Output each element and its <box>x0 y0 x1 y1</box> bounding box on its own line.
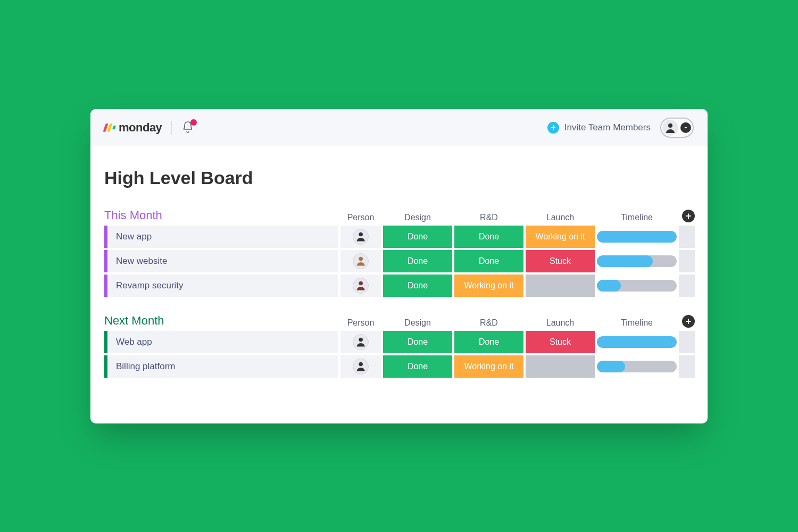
invite-team-button[interactable]: + Invite Team Members <box>547 122 651 134</box>
status-design[interactable]: Done <box>383 275 452 297</box>
plus-circle-icon: + <box>547 122 559 134</box>
status-rnd[interactable]: Working on it <box>454 355 523 378</box>
column-header-rnd[interactable]: R&D <box>454 318 523 328</box>
group-this-month: This Month Person Design R&D Launch Time… <box>104 209 694 297</box>
status-launch[interactable] <box>526 275 595 297</box>
group-header: This Month Person Design R&D Launch Time… <box>104 209 694 226</box>
column-header-person[interactable]: Person <box>340 318 381 328</box>
app-window: monday + Invite Team Members <box>90 109 708 423</box>
bell-icon <box>181 126 194 135</box>
row-end <box>679 355 695 378</box>
svg-point-3 <box>359 281 362 285</box>
person-cell[interactable] <box>340 226 381 248</box>
page-title: High Level Board <box>104 168 694 188</box>
logo-icon <box>104 123 115 132</box>
row-end <box>679 226 695 248</box>
person-avatar-icon <box>353 229 369 245</box>
timeline-cell[interactable] <box>597 250 677 272</box>
status-launch[interactable]: Stuck <box>526 331 595 353</box>
timeline-fill <box>597 255 653 267</box>
table-row: New app Done Done Working on it <box>104 226 694 248</box>
status-rnd[interactable]: Done <box>454 331 523 353</box>
row-end <box>679 331 695 353</box>
status-design[interactable]: Done <box>383 250 452 272</box>
column-header-design[interactable]: Design <box>383 318 452 328</box>
timeline-cell[interactable] <box>597 355 677 378</box>
row-end <box>679 275 695 297</box>
item-name-cell[interactable]: Web app <box>104 331 338 353</box>
column-header-timeline[interactable]: Timeline <box>597 318 677 328</box>
user-menu[interactable] <box>660 118 694 138</box>
notification-dot-icon <box>190 119 197 126</box>
status-launch[interactable] <box>526 355 595 378</box>
item-name-cell[interactable]: Billing platform <box>104 355 338 378</box>
timeline-cell[interactable] <box>597 226 677 248</box>
person-cell[interactable] <box>340 331 381 353</box>
board-body: High Level Board This Month Person Desig… <box>90 146 708 423</box>
person-cell[interactable] <box>340 250 381 272</box>
invite-label: Invite Team Members <box>564 122 651 133</box>
person-cell[interactable] <box>340 275 381 297</box>
logo[interactable]: monday <box>104 121 162 135</box>
status-launch[interactable]: Stuck <box>526 250 595 272</box>
user-avatar <box>662 120 678 136</box>
column-header-timeline[interactable]: Timeline <box>597 213 677 222</box>
timeline-cell[interactable] <box>597 331 677 353</box>
person-avatar-icon <box>353 359 369 375</box>
header-bar: monday + Invite Team Members <box>90 109 708 146</box>
status-design[interactable]: Done <box>383 331 452 353</box>
status-rnd[interactable]: Done <box>454 226 523 248</box>
timeline-cell[interactable] <box>597 275 677 297</box>
table-row: Web app Done Done Stuck <box>104 331 694 353</box>
status-design[interactable]: Done <box>383 226 452 248</box>
column-header-rnd[interactable]: R&D <box>454 213 523 222</box>
group-title[interactable]: Next Month <box>104 314 338 328</box>
timeline-fill <box>597 336 677 348</box>
person-avatar-icon <box>353 253 369 269</box>
notifications-button[interactable] <box>181 121 195 135</box>
table-row: Billing platform Done Working on it <box>104 355 694 378</box>
timeline-fill <box>597 361 625 372</box>
svg-point-1 <box>359 232 362 236</box>
svg-point-4 <box>359 338 362 342</box>
table-row: Revamp security Done Working on it <box>104 275 694 297</box>
logo-text: monday <box>119 121 162 135</box>
person-cell[interactable] <box>340 355 381 378</box>
svg-point-2 <box>359 257 362 261</box>
group-title[interactable]: This Month <box>104 209 338 222</box>
group-header: Next Month Person Design R&D Launch Time… <box>104 314 694 331</box>
timeline-fill <box>597 231 677 243</box>
group-next-month: Next Month Person Design R&D Launch Time… <box>104 314 694 378</box>
person-avatar-icon <box>353 334 369 350</box>
column-header-launch[interactable]: Launch <box>526 213 595 222</box>
add-column-button[interactable]: + <box>682 315 695 328</box>
item-name-cell[interactable]: New website <box>104 250 338 272</box>
status-rnd[interactable]: Done <box>454 250 523 272</box>
row-end <box>679 250 695 272</box>
column-header-design[interactable]: Design <box>383 213 452 222</box>
column-header-launch[interactable]: Launch <box>526 318 595 328</box>
svg-point-5 <box>359 362 362 366</box>
status-launch[interactable]: Working on it <box>526 226 595 248</box>
status-design[interactable]: Done <box>383 355 452 378</box>
column-header-person[interactable]: Person <box>340 213 381 222</box>
item-name-cell[interactable]: New app <box>104 226 338 248</box>
status-rnd[interactable]: Working on it <box>454 275 523 297</box>
svg-point-0 <box>668 123 672 128</box>
chevron-down-icon <box>680 122 691 133</box>
table-row: New website Done Done Stuck <box>104 250 694 272</box>
add-column-button[interactable]: + <box>682 210 695 222</box>
person-avatar-icon <box>353 278 369 294</box>
item-name-cell[interactable]: Revamp security <box>104 275 338 297</box>
header-divider <box>171 121 172 135</box>
timeline-fill <box>597 280 621 292</box>
